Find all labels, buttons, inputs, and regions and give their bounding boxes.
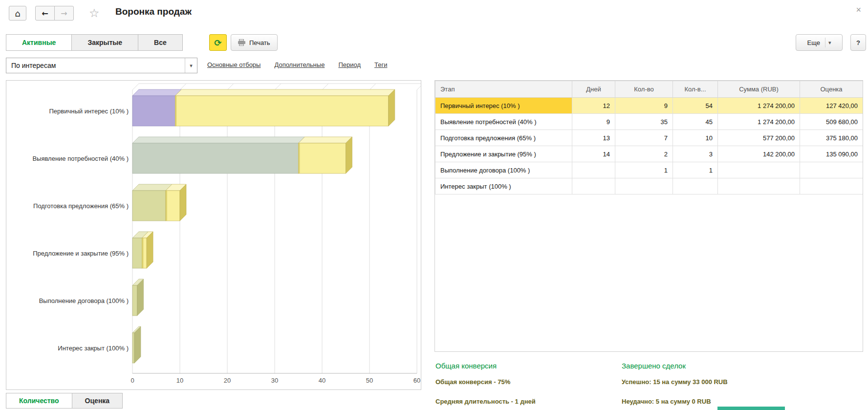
- column-header-score[interactable]: Оценка: [800, 81, 863, 98]
- cell-sum[interactable]: 1 274 200,00: [718, 98, 800, 114]
- cell-days[interactable]: [572, 178, 615, 194]
- cell-score[interactable]: [800, 178, 863, 194]
- column-header-days[interactable]: Дней: [572, 81, 615, 98]
- back-arrow-icon: ←: [42, 9, 48, 18]
- close-icon[interactable]: ×: [856, 5, 861, 15]
- view-tab-active[interactable]: Активные: [6, 34, 72, 51]
- favorite-star-icon[interactable]: ☆: [89, 6, 100, 21]
- print-button[interactable]: Печать: [231, 34, 278, 51]
- chart-tab-quantity[interactable]: Количество: [6, 393, 72, 409]
- filter-link-additional[interactable]: Дополнительные: [274, 61, 325, 68]
- column-header-sum[interactable]: Сумма (RUB): [718, 81, 800, 98]
- horizontal-scrollbar-thumb[interactable]: [717, 407, 785, 410]
- cell-score[interactable]: 509 680,00: [800, 114, 863, 130]
- chart-mode-tabs: КоличествоОценка: [6, 393, 123, 409]
- table-row[interactable]: Предложение и закрытие (95% )1423142 200…: [435, 146, 863, 162]
- select-dropdown-button[interactable]: ▾: [185, 58, 197, 73]
- cell-score[interactable]: 135 090,00: [800, 146, 863, 162]
- chart-tab-score[interactable]: Оценка: [72, 393, 123, 409]
- cell-count-cum[interactable]: 10: [673, 130, 718, 146]
- home-button[interactable]: ⌂: [9, 6, 26, 21]
- home-icon: ⌂: [15, 8, 20, 19]
- table-row[interactable]: Выявление потребностей (40% )935451 274 …: [435, 114, 863, 130]
- funnel-bar-chart: 0102030405060Первичный интерес (10% )Выя…: [6, 81, 421, 389]
- gridline-cap: [275, 84, 281, 90]
- forward-arrow-icon: →: [61, 9, 67, 18]
- cell-count-cum[interactable]: 45: [673, 114, 718, 130]
- sales-funnel-window: ⌂ ← → ☆ Воронка продаж × АктивныеЗакрыты…: [0, 0, 868, 410]
- cell-count-cum[interactable]: [673, 178, 718, 194]
- forward-button[interactable]: →: [54, 6, 74, 21]
- bar-top-face: [132, 184, 172, 191]
- cell-days[interactable]: [572, 162, 615, 178]
- view-tab-closed[interactable]: Закрытые: [71, 34, 138, 51]
- axis-tick-label: 10: [176, 377, 183, 384]
- cell-days[interactable]: 12: [572, 98, 615, 114]
- cell-days[interactable]: 13: [572, 130, 615, 146]
- cell-count-cum[interactable]: 3: [673, 146, 718, 162]
- cell-count[interactable]: 9: [615, 98, 673, 114]
- axis-tick-label: 20: [224, 377, 231, 384]
- bar-segment[interactable]: [132, 143, 299, 173]
- cell-count[interactable]: 1: [615, 162, 673, 178]
- cell-count[interactable]: 35: [615, 114, 673, 130]
- table-row[interactable]: Выполнение договора (100% )11: [435, 162, 863, 178]
- bar-segment[interactable]: [132, 238, 142, 268]
- cell-days[interactable]: 14: [572, 146, 615, 162]
- cell-score[interactable]: 127 420,00: [800, 98, 863, 114]
- cell-score[interactable]: [800, 162, 863, 178]
- table-row[interactable]: Подготовка предложения (65% )13710577 20…: [435, 130, 863, 146]
- cell-stage[interactable]: Выявление потребностей (40% ): [435, 114, 572, 130]
- cell-count-cum[interactable]: 1: [673, 162, 718, 178]
- more-button[interactable]: Еще ▾: [796, 34, 843, 51]
- cell-days[interactable]: 9: [572, 114, 615, 130]
- help-button-label: ?: [856, 39, 860, 46]
- column-header-stage[interactable]: Этап: [435, 81, 572, 98]
- cell-sum[interactable]: [718, 162, 800, 178]
- refresh-button[interactable]: ⟳: [209, 34, 227, 51]
- filter-link-main-filters[interactable]: Основные отборы: [207, 61, 260, 68]
- gridline-cap: [417, 84, 421, 90]
- cell-stage[interactable]: Первичный интерес (10% ): [435, 98, 572, 114]
- bar-segment[interactable]: [132, 333, 134, 363]
- cell-count[interactable]: 2: [615, 146, 673, 162]
- bar-segment[interactable]: [175, 96, 389, 126]
- cell-stage[interactable]: Предложение и закрытие (95% ): [435, 146, 572, 162]
- cell-sum[interactable]: 142 200,00: [718, 146, 800, 162]
- cell-sum[interactable]: 1 274 200,00: [718, 114, 800, 130]
- grouping-select-value: По интересам: [6, 62, 185, 69]
- history-nav: ← →: [35, 6, 74, 21]
- back-button[interactable]: ←: [35, 6, 55, 21]
- filter-link-tags[interactable]: Теги: [374, 61, 387, 68]
- view-tab-all[interactable]: Все: [138, 34, 183, 51]
- axis-tick-label: 40: [319, 377, 326, 384]
- cell-count-cum[interactable]: 54: [673, 98, 718, 114]
- bar-segment[interactable]: [132, 96, 175, 126]
- cell-count[interactable]: [615, 178, 673, 194]
- bar-segment[interactable]: [132, 285, 137, 316]
- table-row[interactable]: Первичный интерес (10% )129541 274 200,0…: [435, 98, 863, 114]
- category-label: Выполнение договора (100% ): [39, 297, 129, 304]
- cell-sum[interactable]: 577 200,00: [718, 130, 800, 146]
- bar-side-face: [346, 137, 352, 173]
- bar-segment[interactable]: [299, 143, 346, 173]
- bar-top-face: [299, 137, 352, 143]
- cell-stage[interactable]: Интерес закрыт (100% ): [435, 178, 572, 194]
- deals-completed-heading: Завершено сделок: [622, 362, 686, 370]
- bar-segment[interactable]: [132, 191, 166, 221]
- column-header-count[interactable]: Кол-во: [615, 81, 673, 98]
- refresh-icon: ⟳: [214, 38, 221, 48]
- cell-sum[interactable]: [718, 178, 800, 194]
- bar-segment[interactable]: [166, 191, 180, 221]
- average-duration-line: Средняя длительность - 1 дней: [435, 398, 536, 405]
- filter-link-period[interactable]: Период: [338, 61, 361, 68]
- cell-count[interactable]: 7: [615, 130, 673, 146]
- cell-score[interactable]: 375 180,00: [800, 130, 863, 146]
- grouping-select[interactable]: По интересам ▾: [6, 58, 197, 73]
- cell-stage[interactable]: Подготовка предложения (65% ): [435, 130, 572, 146]
- cell-stage[interactable]: Выполнение договора (100% ): [435, 162, 572, 178]
- table-row[interactable]: Интерес закрыт (100% ): [435, 178, 863, 194]
- help-button[interactable]: ?: [850, 34, 866, 51]
- column-header-count-cum[interactable]: Кол-в...: [673, 81, 718, 98]
- axis-tick-label: 50: [366, 377, 373, 384]
